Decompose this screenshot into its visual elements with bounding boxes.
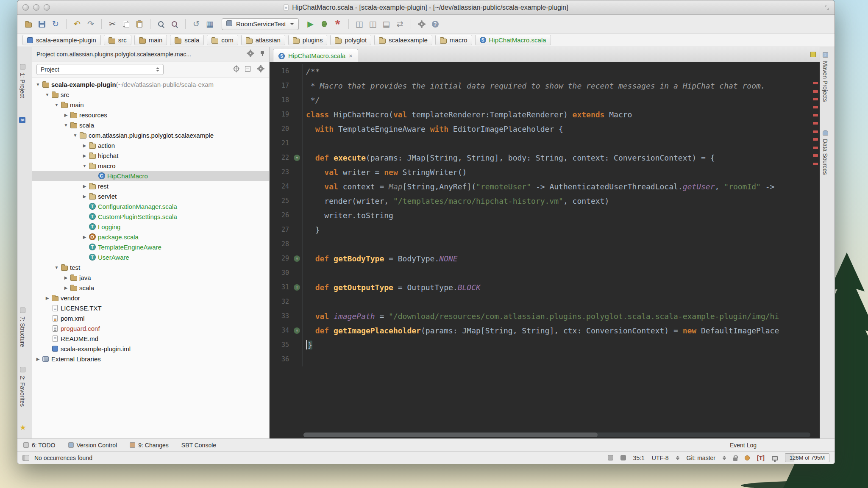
- make-project-button[interactable]: ▦: [203, 18, 217, 30]
- code-line[interactable]: 28: [270, 237, 811, 251]
- paste-button[interactable]: [133, 18, 146, 30]
- save-all-button[interactable]: [35, 18, 49, 30]
- run-configuration-select[interactable]: RoomServiceTest: [222, 18, 299, 30]
- code-line[interactable]: 26 writer.toString: [270, 208, 811, 222]
- notification-icon[interactable]: [745, 455, 750, 460]
- code-line[interactable]: 21: [270, 136, 811, 150]
- cut-button[interactable]: ✂: [106, 18, 119, 30]
- copy-button[interactable]: [119, 18, 133, 30]
- tree-row[interactable]: ▼test: [32, 262, 269, 272]
- code-line[interactable]: 17 * Macro that provides the initial dat…: [270, 78, 811, 93]
- tool-button-event-log[interactable]: Event Log: [730, 442, 757, 449]
- fullscreen-icon[interactable]: [823, 4, 830, 11]
- tool-button-data-sources[interactable]: Data Sources: [822, 130, 829, 175]
- tree-row[interactable]: ▼scala-example-plugin (~/dev/atlassian-p…: [32, 79, 269, 89]
- printer-button[interactable]: ▤: [380, 18, 393, 30]
- code-line[interactable]: 24 val context = Map[String,AnyRef]("rem…: [270, 179, 811, 194]
- code-line[interactable]: 25 render(writer, "/templates/macro/hipc…: [270, 194, 811, 208]
- error-stripe-mark[interactable]: [813, 154, 818, 157]
- chevron-right-icon[interactable]: ▶: [81, 184, 88, 189]
- error-stripe-mark[interactable]: [813, 122, 818, 125]
- undo-button[interactable]: ↶: [70, 18, 84, 30]
- document-icon[interactable]: [284, 5, 289, 11]
- code-line[interactable]: 23 val writer = new StringWriter(): [270, 165, 811, 179]
- chevron-down-icon[interactable]: ▼: [44, 92, 50, 97]
- tree-row[interactable]: ▼src: [32, 89, 269, 100]
- tool-button-todo[interactable]: 6: TODO: [23, 442, 56, 449]
- tree-row[interactable]: ▼macro: [32, 161, 269, 171]
- tree-row[interactable]: ▶hipchat: [32, 150, 269, 161]
- breadcrumb-item[interactable]: com: [207, 35, 238, 45]
- sync-changes-button[interactable]: ⇄: [393, 18, 407, 30]
- tree-row[interactable]: CHipChatMacro: [32, 171, 269, 181]
- breadcrumb-item[interactable]: scala-example-plugin: [22, 35, 101, 45]
- error-stripe[interactable]: [811, 62, 820, 433]
- code-line[interactable]: 20 with TemplateEngineAware with EditorI…: [270, 122, 811, 136]
- scala-console-icon[interactable]: S: [19, 117, 25, 123]
- chevron-down-icon[interactable]: ▼: [63, 123, 69, 128]
- tree-row[interactable]: ▼com.atlassian.plugins.polyglot.scalaexa…: [32, 130, 269, 140]
- tree-row[interactable]: ▶rest: [32, 181, 269, 191]
- star-icon[interactable]: ★: [19, 423, 26, 432]
- chevron-right-icon[interactable]: ▶: [81, 235, 88, 239]
- collapse-all-icon[interactable]: [245, 66, 250, 73]
- chevron-right-icon[interactable]: ▶: [63, 113, 69, 117]
- chevron-right-icon[interactable]: ▶: [81, 153, 88, 158]
- find-button[interactable]: [154, 18, 168, 30]
- error-stripe-mark[interactable]: [813, 106, 818, 108]
- close-button[interactable]: [22, 4, 29, 11]
- chevron-right-icon[interactable]: ▶: [63, 286, 69, 290]
- tree-row[interactable]: README.md: [32, 333, 269, 344]
- git-branch[interactable]: Git: master: [687, 455, 715, 461]
- tree-row[interactable]: ▼scala: [32, 120, 269, 130]
- code-line[interactable]: 27 }: [270, 222, 811, 237]
- tool-button-sbt-console[interactable]: SBT Console: [181, 442, 216, 449]
- tree-row[interactable]: pom.xml: [32, 313, 269, 323]
- editor[interactable]: 16/**17 * Macro that provides the initia…: [270, 62, 820, 438]
- package-plugin-button[interactable]: ◫: [353, 18, 366, 30]
- tree-row[interactable]: ▶java: [32, 272, 269, 283]
- tree-row[interactable]: TTemplateEngineAware: [32, 242, 269, 252]
- deploy-plugin-button[interactable]: ◫: [366, 18, 380, 30]
- breadcrumb-item[interactable]: plugins: [288, 35, 328, 45]
- lock-icon[interactable]: [733, 455, 737, 461]
- breadcrumb-item[interactable]: main: [134, 35, 167, 45]
- caret-position[interactable]: 35:1: [633, 455, 645, 461]
- tree-row[interactable]: TLogging: [32, 222, 269, 232]
- breadcrumb-item[interactable]: src: [104, 35, 131, 45]
- chevron-down-icon[interactable]: ▼: [53, 265, 60, 270]
- override-marker-icon[interactable]: ↑: [294, 284, 300, 291]
- breadcrumb-item[interactable]: SHipChatMacro.scala: [475, 35, 551, 45]
- error-stripe-mark[interactable]: [813, 90, 818, 93]
- help-button[interactable]: ?: [428, 18, 442, 30]
- encoding-arrows[interactable]: [676, 456, 679, 460]
- horizontal-scrollbar[interactable]: [303, 433, 810, 437]
- breadcrumb-item[interactable]: atlassian: [241, 35, 285, 45]
- redo-button[interactable]: ↷: [84, 18, 97, 30]
- project-view-select[interactable]: Project: [36, 64, 164, 75]
- tree-row[interactable]: ▶servlet: [32, 191, 269, 201]
- gear-icon[interactable]: [246, 49, 255, 59]
- code-line[interactable]: 35}: [270, 338, 811, 352]
- code-line[interactable]: 30: [270, 266, 811, 280]
- open-button[interactable]: [22, 18, 35, 30]
- tool-button-maven-projects[interactable]: mMaven Projects: [822, 52, 829, 102]
- minimize-button[interactable]: [33, 4, 39, 11]
- override-marker-icon[interactable]: ↑: [294, 327, 300, 334]
- chevron-down-icon[interactable]: ▼: [81, 164, 88, 168]
- coverage-button[interactable]: *: [331, 18, 345, 30]
- scroll-to-source-icon[interactable]: [234, 66, 239, 73]
- memory-indicator[interactable]: 126M of 795M: [785, 453, 829, 462]
- tool-button-version-control[interactable]: Version Control: [68, 442, 117, 449]
- chevron-right-icon[interactable]: ▶: [81, 143, 88, 148]
- tool-button-structure[interactable]: 7: Structure: [19, 308, 26, 347]
- tree-row[interactable]: TConfigurationManager.scala: [32, 201, 269, 211]
- code-line[interactable]: 32: [270, 294, 811, 309]
- chevron-right-icon[interactable]: ▶: [44, 296, 50, 300]
- tree-row[interactable]: ▶vendor: [32, 293, 269, 303]
- code-line[interactable]: 34↑ def getImagePlaceholder(params: JMap…: [270, 323, 811, 338]
- tree-row[interactable]: ▶scala: [32, 283, 269, 293]
- code-line[interactable]: 29↑ def getBodyType = BodyType.NONE: [270, 251, 811, 266]
- pin-icon[interactable]: [260, 51, 265, 58]
- chevron-down-icon[interactable]: ▼: [72, 133, 78, 138]
